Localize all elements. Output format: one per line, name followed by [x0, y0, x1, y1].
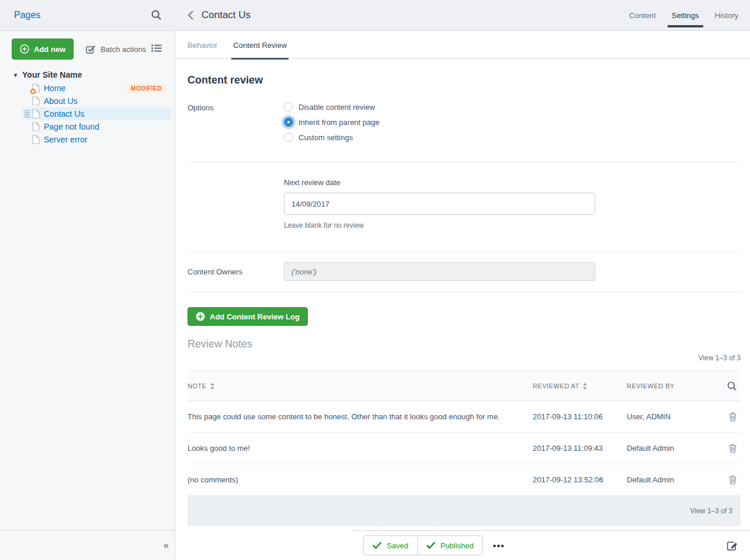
reviewed-by-cell: User, ADMIN [627, 412, 714, 421]
modified-badge: MODIFIED [126, 84, 166, 93]
saved-label: Saved [387, 541, 408, 550]
search-icon[interactable] [151, 10, 162, 20]
delete-icon[interactable] [728, 443, 737, 453]
radio-option-label: Custom settings [298, 133, 353, 142]
reviewed-at-cell: 2017-09-13 11:09:43 [533, 444, 627, 453]
sidebar-title: Pages [14, 10, 40, 20]
table-row: Looks good to me! 2017-09-13 11:09:43 De… [188, 433, 741, 464]
tree-item-label: Home [44, 82, 65, 95]
page-tree: ▾ Your Site Name Home MODIFIED [0, 69, 175, 146]
column-header-reviewed-by[interactable]: REVIEWED BY [627, 382, 714, 389]
list-view-icon[interactable] [151, 44, 162, 52]
add-new-button[interactable]: Add new [12, 39, 74, 60]
top-tab[interactable]: Content [629, 0, 656, 30]
tree-item[interactable]: Page not found [22, 120, 171, 133]
radio-group: Disable content review Inherit from pare… [284, 102, 380, 148]
back-icon[interactable] [188, 10, 194, 20]
content-owners-row: Content Owners ('none') [188, 262, 741, 281]
check-icon [426, 542, 435, 549]
radio-icon[interactable] [284, 102, 293, 112]
table-search-icon[interactable] [727, 381, 737, 391]
saved-button[interactable]: Saved [364, 536, 417, 555]
page-icon [32, 84, 40, 93]
table-row: This page could use some content to be h… [188, 401, 741, 433]
top-tabs: Content Settings History [613, 0, 738, 30]
tree-item-label: Page not found [44, 120, 99, 133]
reviewed-at-cell: 2017-09-13 11:10:06 [533, 412, 627, 421]
sort-icon[interactable] [582, 382, 588, 390]
radio-icon[interactable] [284, 117, 293, 127]
radio-option-label: Inherit from parent page [298, 118, 380, 127]
top-tab[interactable]: History [715, 0, 738, 30]
table-header: NOTE REVIEWED AT REVIEWED BY [188, 371, 741, 401]
batch-actions-button[interactable]: Batch actions [82, 44, 150, 54]
tree-item-label: About Us [44, 95, 78, 107]
add-content-review-log-label: Add Content Review Log [210, 312, 300, 321]
delete-icon[interactable] [728, 475, 737, 485]
drag-handle-icon[interactable] [25, 110, 30, 118]
tree-item[interactable]: Contact Us [22, 107, 171, 120]
radio-option[interactable]: Inherit from parent page [284, 117, 380, 127]
reviewed-by-cell: Default Admin [627, 475, 714, 484]
subtabs: Behavior Content Review [176, 31, 750, 59]
column-label: REVIEWED BY [627, 382, 675, 389]
note-cell: Looks good to me! [188, 444, 533, 453]
collapse-panel-icon[interactable]: « [164, 540, 169, 551]
page-icon [32, 122, 40, 131]
table-footer: View 1–3 of 3 [188, 496, 741, 526]
section-heading: Content review [188, 74, 741, 86]
plus-circle-filled-icon [196, 312, 205, 321]
review-notes-table: NOTE REVIEWED AT REVIEWED BY [188, 371, 741, 526]
radio-option[interactable]: Disable content review [284, 102, 380, 112]
main-panel: Contact Us Content Settings History Beha… [176, 0, 750, 560]
check-icon [373, 542, 381, 549]
status-button-group: Saved Published [363, 535, 483, 555]
content-owners-field: ('none') [284, 262, 595, 281]
actions-toolbar: Saved Published ••• [352, 530, 750, 560]
subtab[interactable]: Content Review [233, 41, 287, 58]
delete-icon[interactable] [728, 412, 737, 422]
edit-icon[interactable] [727, 540, 738, 551]
next-review-date-input[interactable] [284, 193, 595, 215]
app: Pages Add new Batch actions [0, 0, 750, 560]
tree-root-site[interactable]: ▾ Your Site Name [0, 69, 175, 82]
sidebar-header: Pages [0, 0, 175, 31]
radio-option[interactable]: Custom settings [284, 133, 380, 142]
divider [188, 252, 741, 253]
published-label: Published [440, 541, 474, 550]
top-tab[interactable]: Settings [672, 0, 699, 30]
tree-item[interactable]: About Us [22, 95, 171, 107]
next-review-block: Next review date Leave blank for no revi… [284, 178, 741, 229]
tree-item-label: Contact Us [44, 107, 84, 120]
subtab[interactable]: Behavior [188, 41, 217, 58]
published-button[interactable]: Published [417, 536, 482, 555]
column-header-reviewed-at[interactable]: REVIEWED AT [533, 382, 627, 390]
add-new-label: Add new [34, 45, 65, 54]
note-cell: (no comments) [188, 475, 533, 484]
tree-item[interactable]: Server error [22, 133, 171, 146]
radio-option-label: Disable content review [298, 103, 375, 112]
options-row: Options Disable content review Inherit f… [188, 102, 741, 148]
reviewed-at-cell: 2017-09-12 13:52:06 [533, 475, 627, 484]
batch-actions-label: Batch actions [100, 45, 146, 54]
plus-circle-icon [20, 44, 29, 54]
sidebar-footer: « [0, 530, 175, 560]
tree-item[interactable]: Home MODIFIED [22, 82, 171, 95]
radio-icon[interactable] [284, 133, 293, 142]
next-review-label: Next review date [284, 178, 741, 187]
note-cell: This page could use some content to be h… [188, 412, 533, 421]
sidebar-toolbar: Add new Batch actions [0, 31, 175, 60]
sort-icon[interactable] [210, 382, 215, 390]
add-content-review-log-button[interactable]: Add Content Review Log [188, 307, 308, 326]
reviewed-by-cell: Default Admin [627, 444, 714, 453]
more-actions-icon[interactable]: ••• [493, 541, 505, 551]
divider [188, 162, 741, 162]
table-row: (no comments) 2017-09-12 13:52:06 Defaul… [188, 464, 741, 496]
column-header-note[interactable]: NOTE [188, 382, 533, 390]
column-label: REVIEWED AT [533, 382, 579, 389]
content-area: Content review Options Disable content r… [176, 60, 750, 530]
page-icon [32, 109, 40, 119]
caret-down-icon[interactable]: ▾ [14, 72, 17, 78]
sidebar: Pages Add new Batch actions [0, 0, 175, 560]
page-icon [32, 96, 40, 106]
